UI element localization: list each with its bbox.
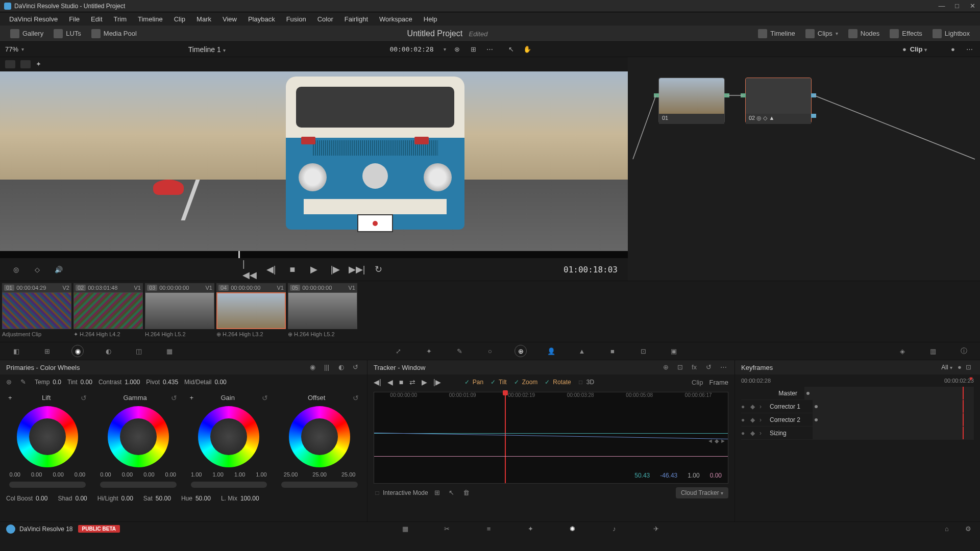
motion-effects-icon[interactable]: ▦ bbox=[163, 345, 176, 357]
tracker-frame-mode[interactable]: Frame bbox=[709, 379, 728, 386]
fairlight-page-button[interactable]: ♪ bbox=[609, 523, 620, 535]
sat-control[interactable]: Sat 50.00 bbox=[143, 495, 171, 502]
wheels-mode-icon[interactable]: ◉ bbox=[310, 363, 318, 371]
tracker-reset-icon[interactable]: ↺ bbox=[706, 363, 714, 371]
zoom-checkbox[interactable]: ✓Zoom bbox=[513, 379, 538, 386]
kf-track[interactable] bbox=[804, 387, 974, 399]
hdr-icon[interactable]: ◐ bbox=[102, 345, 114, 357]
unmix-icon[interactable]: ◇ bbox=[32, 264, 43, 275]
gain-reset-icon[interactable]: ↺ bbox=[262, 394, 268, 402]
clip-thumb[interactable] bbox=[145, 292, 214, 329]
cloud-tracker-dropdown[interactable]: Cloud Tracker ▾ bbox=[676, 487, 728, 498]
kf-playhead[interactable] bbox=[963, 400, 964, 413]
loop-button[interactable]: ↻ bbox=[372, 263, 385, 276]
gain-plus-icon[interactable]: + bbox=[190, 394, 194, 402]
deliver-page-button[interactable]: ✈ bbox=[651, 523, 662, 535]
tracker-more-icon[interactable]: ⋯ bbox=[720, 363, 728, 371]
hilight-control[interactable]: Hi/Light 0.00 bbox=[97, 495, 133, 502]
kf-chevron-icon[interactable]: › bbox=[760, 403, 767, 410]
project-settings-button[interactable]: ⚙ bbox=[963, 523, 974, 535]
node-01[interactable]: 01 bbox=[658, 78, 725, 123]
track-rev-one-button[interactable]: ◀| bbox=[374, 378, 381, 386]
bypass-icon[interactable]: ⊗ bbox=[451, 44, 462, 55]
tracker-stabilize-icon[interactable]: ⊡ bbox=[677, 363, 685, 371]
kf-lock-icon[interactable]: ● bbox=[741, 403, 748, 410]
step-back-button[interactable]: ◀| bbox=[264, 263, 278, 276]
kf-lock-icon[interactable]: ● bbox=[741, 430, 748, 437]
menu-view[interactable]: View bbox=[217, 13, 242, 25]
kf-eye-icon[interactable]: ◆ bbox=[750, 403, 757, 410]
kf-row-sizing[interactable]: ●◆› Sizing bbox=[741, 427, 974, 440]
keyframes-mode-icon[interactable]: ◈ bbox=[896, 345, 909, 357]
more-icon[interactable]: ⋯ bbox=[484, 44, 495, 55]
shad-control[interactable]: Shad 0.00 bbox=[58, 495, 87, 502]
view-mode-a-button[interactable] bbox=[5, 60, 15, 68]
hand-icon[interactable]: ✋ bbox=[522, 44, 533, 55]
offset-slider[interactable] bbox=[281, 482, 358, 488]
kf-dot[interactable] bbox=[815, 405, 818, 408]
nodes-panel[interactable]: 01 02 ◎ ◇ ▲ bbox=[628, 57, 980, 281]
tint-control[interactable]: Tint 0.00 bbox=[67, 379, 92, 386]
clip-thumb[interactable] bbox=[216, 292, 286, 329]
close-button[interactable]: ✕ bbox=[969, 3, 976, 10]
gain-values[interactable]: 1.001.001.001.00 bbox=[186, 471, 273, 478]
kf-chevron-icon[interactable]: › bbox=[760, 416, 767, 423]
offset-wheel[interactable] bbox=[289, 406, 350, 467]
tracker-fx-icon[interactable]: fx bbox=[692, 363, 700, 371]
kf-row-corrector2[interactable]: ●◆› Corrector 2 bbox=[741, 413, 974, 427]
clip-item-02[interactable]: 0200:03:01:48V1 ✦ H.264 High L4.2 bbox=[74, 283, 143, 338]
view-mode-b-button[interactable] bbox=[20, 60, 31, 68]
tracker-playhead[interactable] bbox=[505, 392, 506, 483]
kf-track[interactable] bbox=[813, 413, 974, 426]
clip-thumb[interactable] bbox=[74, 292, 143, 329]
colboost-control[interactable]: Col Boost 0.00 bbox=[6, 495, 47, 502]
scrubber-playhead[interactable] bbox=[238, 251, 240, 258]
zoom-dropdown[interactable]: 77%▾ bbox=[5, 45, 24, 53]
clips-button[interactable]: Clips▾ bbox=[800, 27, 843, 40]
warper-icon[interactable]: ✦ bbox=[423, 345, 435, 357]
menu-playback[interactable]: Playback bbox=[243, 13, 280, 25]
3d-checkbox[interactable]: □3D bbox=[577, 379, 594, 386]
log-mode-icon[interactable]: ◐ bbox=[338, 363, 347, 371]
color-page-button[interactable]: ✺ bbox=[567, 523, 578, 535]
viewer-canvas[interactable] bbox=[0, 71, 628, 251]
lift-slider[interactable] bbox=[9, 482, 86, 488]
wheel-inner[interactable] bbox=[301, 418, 338, 455]
playhead-handle[interactable] bbox=[503, 390, 508, 395]
timeline-button[interactable]: Timeline bbox=[753, 27, 800, 40]
add-point-icon[interactable]: ⊞ bbox=[434, 489, 443, 497]
blur-icon[interactable]: ▲ bbox=[576, 345, 588, 357]
node-input[interactable] bbox=[741, 93, 746, 97]
node-input[interactable] bbox=[654, 93, 659, 97]
viewer-scrubber[interactable] bbox=[0, 251, 628, 258]
minimize-button[interactable]: — bbox=[938, 3, 945, 10]
pan-checkbox[interactable]: ✓Pan bbox=[463, 379, 483, 386]
pivot-control[interactable]: Pivot 0.435 bbox=[146, 379, 178, 386]
gamma-reset-icon[interactable]: ↺ bbox=[171, 394, 177, 402]
cut-page-button[interactable]: ✂ bbox=[442, 523, 453, 535]
node-marker-icon[interactable]: ● bbox=[899, 44, 910, 55]
kf-playhead[interactable] bbox=[963, 413, 964, 426]
auto-balance-icon[interactable]: ⊛ bbox=[6, 378, 14, 386]
gain-wheel[interactable] bbox=[198, 406, 259, 467]
goto-end-button[interactable]: ▶▶| bbox=[350, 263, 363, 276]
clip-thumb[interactable] bbox=[2, 292, 71, 329]
menu-mark[interactable]: Mark bbox=[191, 13, 216, 25]
wheel-inner[interactable] bbox=[29, 418, 66, 455]
graph-nav-icons[interactable]: ◄ ◆ ► bbox=[707, 438, 726, 444]
track-rev-button[interactable]: ◀ bbox=[387, 378, 393, 386]
track-fwd-rev-button[interactable]: ⇄ bbox=[409, 378, 415, 386]
node-more-icon[interactable]: ⋯ bbox=[964, 44, 975, 55]
reset-all-icon[interactable]: ↺ bbox=[353, 363, 361, 371]
menu-edit[interactable]: Edit bbox=[86, 13, 107, 25]
pick-white-icon[interactable]: ✎ bbox=[20, 378, 29, 386]
keyframes-filter-dropdown[interactable]: All ▾ bbox=[941, 364, 952, 371]
offset-reset-icon[interactable]: ↺ bbox=[353, 394, 359, 402]
clip-item-04[interactable]: 0400:00:00:00V1 ⊕ H.264 High L3.2 bbox=[216, 283, 286, 338]
clip-item-01[interactable]: 0100:00:04:29V2 Adjustment Clip bbox=[2, 283, 71, 338]
play-button[interactable]: ▶ bbox=[307, 263, 321, 276]
set-point-icon[interactable]: ↖ bbox=[449, 489, 457, 497]
node-output[interactable] bbox=[724, 93, 729, 97]
kf-dot[interactable] bbox=[815, 418, 818, 421]
lift-values[interactable]: 0.000.000.000.00 bbox=[4, 471, 91, 478]
